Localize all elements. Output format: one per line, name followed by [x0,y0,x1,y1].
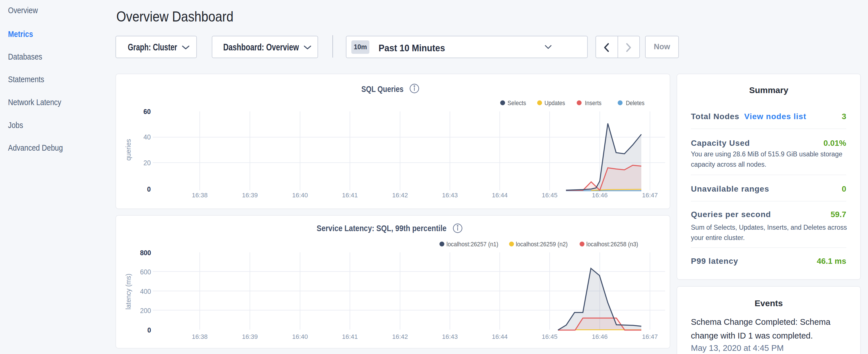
svg-text:16:46: 16:46 [592,192,608,199]
svg-text:0: 0 [147,186,151,193]
svg-text:16:40: 16:40 [292,192,308,199]
svg-text:200: 200 [140,307,151,315]
svg-text:800: 800 [140,249,151,257]
svg-text:16:47: 16:47 [642,192,658,199]
svg-text:16:44: 16:44 [492,333,507,340]
svg-text:16:38: 16:38 [192,192,208,199]
svg-text:16:42: 16:42 [392,192,408,199]
svg-text:16:45: 16:45 [541,192,557,199]
svg-text:400: 400 [140,288,151,295]
svg-text:16:45: 16:45 [541,333,557,340]
svg-text:Updates: Updates [545,99,565,106]
svg-text:Selects: Selects [507,99,526,106]
svg-text:16:42: 16:42 [392,333,408,340]
svg-text:16:46: 16:46 [592,333,608,340]
svg-text:16:41: 16:41 [342,192,358,199]
svg-text:0: 0 [147,326,151,334]
svg-text:Inserts: Inserts [585,99,601,106]
svg-text:16:41: 16:41 [342,333,358,340]
svg-text:16:38: 16:38 [192,333,208,340]
svg-text:60: 60 [143,108,151,116]
svg-text:queries: queries [125,139,132,160]
svg-text:Deletes: Deletes [626,99,645,106]
svg-text:localhost:26259 (n2): localhost:26259 (n2) [516,240,568,248]
svg-text:40: 40 [143,133,151,141]
svg-text:Service Latency: SQL, 99th per: Service Latency: SQL, 99th percentile [317,223,446,233]
svg-text:16:40: 16:40 [292,333,308,340]
svg-text:SQL Queries: SQL Queries [361,84,403,94]
svg-text:16:43: 16:43 [442,333,458,340]
svg-text:16:44: 16:44 [492,192,507,199]
svg-text:16:47: 16:47 [642,333,658,340]
svg-text:16:39: 16:39 [242,333,258,340]
svg-text:localhost:26258 (n3): localhost:26258 (n3) [586,240,638,248]
svg-text:600: 600 [140,268,151,276]
svg-text:latency (ms): latency (ms) [125,273,132,309]
svg-text:16:43: 16:43 [442,192,458,199]
svg-text:16:39: 16:39 [242,192,258,199]
svg-text:localhost:26257 (n1): localhost:26257 (n1) [446,240,498,248]
svg-text:20: 20 [143,159,151,167]
